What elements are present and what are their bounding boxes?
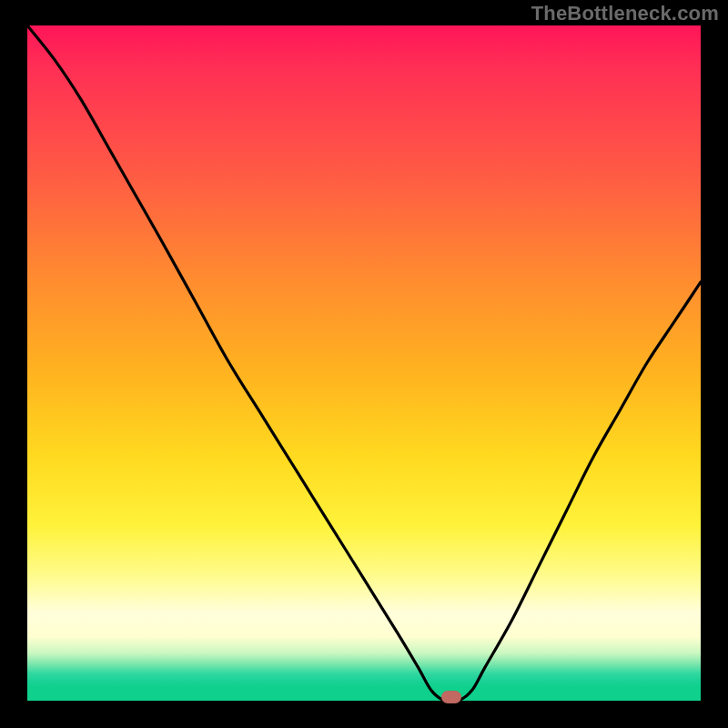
optimal-point-marker	[441, 691, 461, 703]
bottleneck-curve	[27, 25, 701, 701]
plot-area	[27, 25, 701, 701]
chart-frame: TheBottleneck.com	[0, 0, 728, 728]
watermark-label: TheBottleneck.com	[531, 2, 719, 25]
bottleneck-curve-path	[27, 25, 701, 702]
